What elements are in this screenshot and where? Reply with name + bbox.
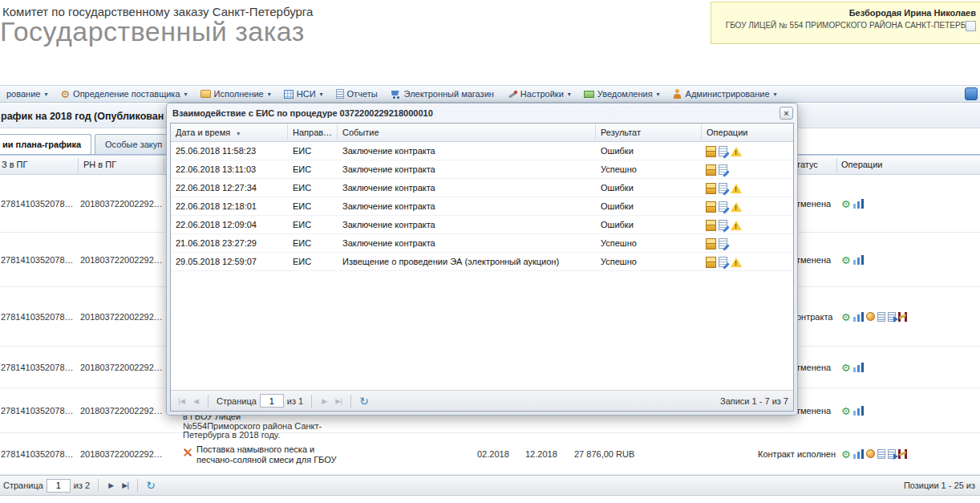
next-page-button[interactable]: ▶ [103, 478, 118, 493]
eis-event-row[interactable]: 22.06.2018 12:18:01 ЕИС Заключение контр… [171, 197, 793, 216]
gear-icon[interactable] [841, 253, 851, 267]
column-header-result[interactable]: Результат [596, 124, 702, 142]
row-description: Поставка намывного песка и песчано-солян… [196, 444, 337, 465]
edit-document-icon[interactable] [719, 201, 727, 212]
bottom-paging-toolbar: Страница из 2 ▶ ▶| ↻ Позиции 1 - 25 из [0, 475, 980, 496]
window-titlebar[interactable]: Взаимодействие с ЕИС по процедуре 037220… [170, 103, 794, 123]
spool-icon[interactable] [898, 449, 907, 459]
menu-item-electronic-shop[interactable]: Электронный магазин [384, 86, 500, 102]
menu-item-nsi[interactable]: НСИ ▾ [277, 86, 330, 102]
column-header-kz[interactable]: З в ПГ [2, 160, 27, 169]
prev-page-button[interactable]: ◀ [188, 394, 203, 408]
close-icon[interactable]: × [780, 107, 793, 120]
package-icon[interactable] [705, 164, 715, 175]
warning-icon[interactable] [731, 147, 742, 156]
cell-rn: 201803722002292… [80, 406, 163, 416]
package-icon[interactable] [705, 257, 715, 267]
menu-item-execution[interactable]: Исполнение ▾ [194, 86, 277, 102]
column-header-datetime[interactable]: Дата и время ▾ [171, 124, 288, 142]
eis-event-row[interactable]: 25.06.2018 11:58:23 ЕИС Заключение контр… [171, 142, 793, 160]
package-icon[interactable] [705, 220, 715, 230]
cell-rn: 201803722002292… [80, 449, 163, 459]
refresh-icon[interactable]: ↻ [359, 395, 369, 408]
last-page-button[interactable]: ▶| [118, 478, 132, 493]
page-input[interactable] [260, 394, 284, 408]
medal-icon[interactable] [866, 312, 875, 321]
edit-document-icon[interactable] [719, 220, 727, 230]
page-label: Страница [217, 396, 257, 406]
package-icon[interactable] [705, 183, 715, 193]
edit-document-icon[interactable] [719, 164, 727, 175]
next-page-button[interactable]: ▶ [317, 394, 331, 408]
first-page-button[interactable]: |◀ [174, 394, 188, 408]
edit-document-icon[interactable] [719, 257, 727, 267]
last-page-button[interactable]: ▶| [331, 394, 346, 408]
column-header-operations[interactable]: Операции [702, 124, 793, 142]
page-input[interactable] [47, 479, 71, 493]
tab-plan-graphic-positions[interactable]: ии плана-графика [0, 134, 91, 154]
menu-item-notifications[interactable]: Уведомления ▾ [577, 86, 666, 102]
document-arrow-icon[interactable] [888, 449, 896, 459]
menu-item-reports[interactable]: Отчеты [330, 86, 384, 102]
package-icon[interactable] [705, 146, 715, 156]
app-corner-icon[interactable] [965, 87, 978, 100]
document-icon[interactable] [877, 312, 885, 322]
warning-icon[interactable] [731, 258, 742, 267]
bar-chart-icon[interactable] [853, 312, 864, 322]
eis-event-row[interactable]: 29.05.2018 12:59:07 ЕИС Извещение о пров… [171, 253, 793, 271]
spool-icon[interactable] [898, 312, 907, 322]
column-header-direction[interactable]: Направ… [288, 124, 338, 142]
bar-chart-icon[interactable] [853, 199, 864, 209]
chevron-down-icon: ▾ [320, 91, 323, 98]
bar-chart-icon[interactable] [853, 255, 864, 265]
package-icon[interactable] [705, 201, 715, 212]
cell-direction: ЕИС [293, 234, 311, 253]
menu-item-planning[interactable]: рование ▾ [0, 86, 54, 102]
tab-special-purchases[interactable]: Особые закуп [95, 134, 172, 154]
warning-icon[interactable] [731, 184, 742, 193]
menu-item-supplier-determination[interactable]: Определение поставщика ▾ [54, 86, 193, 102]
row-operations [841, 404, 864, 418]
cell-period-from: 02.2018 [477, 449, 509, 459]
eis-event-row[interactable]: 22.06.2018 13:11:03 ЕИС Заключение контр… [171, 160, 793, 179]
plan-panel-title: рафик на 2018 год (Опубликован в [1, 111, 172, 122]
refresh-icon[interactable]: ↻ [146, 479, 156, 492]
edit-document-icon[interactable] [719, 183, 727, 193]
gear-icon[interactable] [841, 447, 851, 461]
warning-icon[interactable] [731, 221, 742, 230]
menu-item-label: НСИ [297, 89, 316, 99]
collapse-grid-button[interactable] [966, 21, 976, 31]
cell-rn: 201803722002292… [80, 363, 163, 372]
gear-icon[interactable] [841, 310, 851, 324]
menu-item-settings[interactable]: Настройки ▾ [500, 86, 577, 102]
cart-icon [391, 89, 401, 99]
chevron-down-icon: ▾ [184, 91, 188, 98]
cell-status: тменена [796, 199, 831, 209]
edit-document-icon[interactable] [719, 238, 727, 249]
eis-event-row[interactable]: 22.06.2018 12:27:34 ЕИС Заключение контр… [171, 179, 793, 197]
cell-direction: ЕИС [293, 179, 311, 197]
chevron-down-icon: ▾ [268, 91, 271, 98]
medal-icon[interactable] [866, 449, 875, 458]
menu-item-administration[interactable]: Администрирование ▾ [666, 86, 784, 102]
gear-icon[interactable] [841, 197, 851, 211]
column-header-operations[interactable]: Операции [841, 160, 882, 169]
eis-event-row[interactable]: 21.06.2018 23:27:29 ЕИС Заключение контр… [171, 234, 793, 253]
column-header-event[interactable]: Событие [338, 124, 596, 142]
document-arrow-icon[interactable] [888, 312, 896, 322]
warning-icon[interactable] [731, 202, 742, 212]
edit-document-icon[interactable] [719, 146, 727, 156]
modal-grid-rows: 25.06.2018 11:58:23 ЕИС Заключение контр… [171, 142, 793, 271]
gear-icon[interactable] [841, 360, 851, 375]
package-icon[interactable] [705, 238, 715, 249]
column-header-rn[interactable]: РН в ПГ [83, 160, 116, 169]
column-header-status[interactable]: татус [796, 160, 818, 169]
purchase-method-icon[interactable] [183, 448, 192, 457]
document-icon[interactable] [877, 449, 885, 459]
eis-event-row[interactable]: 22.06.2018 12:09:04 ЕИС Заключение контр… [171, 216, 793, 234]
gear-icon[interactable] [841, 404, 851, 418]
bar-chart-icon[interactable] [853, 363, 864, 372]
table-row[interactable]: 2781410352078… 201803722002292… Поставка… [0, 433, 980, 475]
bar-chart-icon[interactable] [853, 449, 864, 459]
bar-chart-icon[interactable] [853, 406, 864, 416]
